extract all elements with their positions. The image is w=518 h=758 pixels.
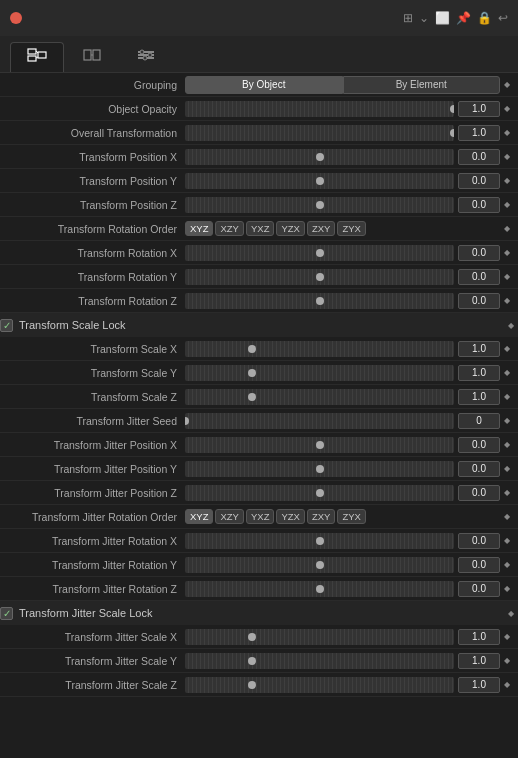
chevron-down-icon[interactable]: ⌄ — [419, 11, 429, 25]
rot-btn-transform-rot-order-YXZ[interactable]: YXZ — [246, 221, 274, 236]
num-input-transform-jitter-rot-y[interactable] — [458, 557, 500, 573]
diamond-transform-pos-z[interactable]: ◆ — [500, 200, 514, 209]
diamond-transform-jitter-rot-order[interactable]: ◆ — [500, 512, 514, 521]
tab-kd[interactable] — [66, 43, 118, 72]
diamond-transform-scale-lock[interactable]: ◆ — [504, 321, 518, 330]
slider-thumb-transform-scale-x[interactable] — [248, 345, 256, 353]
num-input-transform-rot-y[interactable] — [458, 269, 500, 285]
diamond-transform-rot-y[interactable]: ◆ — [500, 272, 514, 281]
diamond-transform-rot-z[interactable]: ◆ — [500, 296, 514, 305]
diamond-transform-jitter-rot-y[interactable]: ◆ — [500, 560, 514, 569]
tab-objectify[interactable] — [10, 42, 64, 72]
slider-thumb-overall-transformation[interactable] — [450, 129, 454, 137]
pin-icon[interactable]: 📌 — [456, 11, 471, 25]
tab-settings[interactable] — [120, 43, 172, 72]
slider-track-object-opacity[interactable] — [185, 101, 454, 117]
slider-track-transform-pos-z[interactable] — [185, 197, 454, 213]
slider-thumb-transform-pos-x[interactable] — [316, 153, 324, 161]
diamond-transform-scale-y[interactable]: ◆ — [500, 368, 514, 377]
slider-thumb-object-opacity[interactable] — [450, 105, 454, 113]
slider-thumb-transform-jitter-pos-y[interactable] — [316, 465, 324, 473]
slider-track-transform-pos-y[interactable] — [185, 173, 454, 189]
slider-track-transform-rot-z[interactable] — [185, 293, 454, 309]
num-input-transform-scale-y[interactable] — [458, 365, 500, 381]
diamond-transform-jitter-rot-x[interactable]: ◆ — [500, 536, 514, 545]
slider-thumb-transform-scale-y[interactable] — [248, 369, 256, 377]
grid-icon[interactable]: ⊞ — [403, 11, 413, 25]
window-icon[interactable]: ⬜ — [435, 11, 450, 25]
diamond-transform-jitter-pos-y[interactable]: ◆ — [500, 464, 514, 473]
slider-track-transform-jitter-rot-z[interactable] — [185, 581, 454, 597]
close-button[interactable] — [10, 12, 22, 24]
slider-thumb-transform-scale-z[interactable] — [248, 393, 256, 401]
slider-thumb-transform-pos-z[interactable] — [316, 201, 324, 209]
slider-track-transform-rot-y[interactable] — [185, 269, 454, 285]
rot-btn-transform-jitter-rot-order-XYZ[interactable]: XYZ — [185, 509, 213, 524]
slider-thumb-transform-pos-y[interactable] — [316, 177, 324, 185]
num-input-transform-scale-x[interactable] — [458, 341, 500, 357]
diamond-transform-jitter-scale-z[interactable]: ◆ — [500, 680, 514, 689]
num-input-transform-jitter-seed[interactable] — [458, 413, 500, 429]
refresh-icon[interactable]: ↩ — [498, 11, 508, 25]
diamond-transform-scale-x[interactable]: ◆ — [500, 344, 514, 353]
slider-track-transform-jitter-rot-x[interactable] — [185, 533, 454, 549]
rot-btn-transform-jitter-rot-order-ZXY[interactable]: ZXY — [307, 509, 335, 524]
num-input-transform-jitter-rot-z[interactable] — [458, 581, 500, 597]
slider-thumb-transform-jitter-scale-x[interactable] — [248, 633, 256, 641]
slider-track-transform-jitter-seed[interactable] — [185, 413, 454, 429]
slider-track-transform-jitter-pos-z[interactable] — [185, 485, 454, 501]
rot-btn-transform-jitter-rot-order-XZY[interactable]: XZY — [215, 509, 243, 524]
num-input-object-opacity[interactable] — [458, 101, 500, 117]
num-input-transform-jitter-scale-x[interactable] — [458, 629, 500, 645]
diamond-transform-jitter-pos-x[interactable]: ◆ — [500, 440, 514, 449]
slider-thumb-transform-jitter-scale-z[interactable] — [248, 681, 256, 689]
num-input-transform-jitter-pos-z[interactable] — [458, 485, 500, 501]
slider-track-transform-jitter-pos-y[interactable] — [185, 461, 454, 477]
diamond-overall-transformation[interactable]: ◆ — [500, 128, 514, 137]
slider-thumb-transform-jitter-pos-x[interactable] — [316, 441, 324, 449]
diamond-transform-rot-order[interactable]: ◆ — [500, 224, 514, 233]
diamond-transform-jitter-scale-lock[interactable]: ◆ — [504, 609, 518, 618]
grouping-btn-by-object[interactable]: By Object — [185, 76, 343, 94]
rot-btn-transform-rot-order-YZX[interactable]: YZX — [276, 221, 304, 236]
diamond-object-opacity[interactable]: ◆ — [500, 104, 514, 113]
num-input-transform-rot-z[interactable] — [458, 293, 500, 309]
slider-track-transform-jitter-scale-y[interactable] — [185, 653, 454, 669]
rot-btn-transform-rot-order-ZYX[interactable]: ZYX — [337, 221, 365, 236]
diamond-transform-jitter-scale-y[interactable]: ◆ — [500, 656, 514, 665]
num-input-transform-jitter-pos-y[interactable] — [458, 461, 500, 477]
num-input-transform-jitter-scale-z[interactable] — [458, 677, 500, 693]
diamond-transform-pos-x[interactable]: ◆ — [500, 152, 514, 161]
diamond-transform-jitter-seed[interactable]: ◆ — [500, 416, 514, 425]
slider-track-transform-jitter-pos-x[interactable] — [185, 437, 454, 453]
slider-track-transform-scale-y[interactable] — [185, 365, 454, 381]
slider-track-transform-scale-z[interactable] — [185, 389, 454, 405]
diamond-transform-jitter-rot-z[interactable]: ◆ — [500, 584, 514, 593]
num-input-transform-jitter-scale-y[interactable] — [458, 653, 500, 669]
slider-thumb-transform-rot-x[interactable] — [316, 249, 324, 257]
num-input-transform-pos-z[interactable] — [458, 197, 500, 213]
num-input-transform-jitter-pos-x[interactable] — [458, 437, 500, 453]
rot-btn-transform-rot-order-ZXY[interactable]: ZXY — [307, 221, 335, 236]
slider-track-transform-pos-x[interactable] — [185, 149, 454, 165]
slider-thumb-transform-jitter-rot-z[interactable] — [316, 585, 324, 593]
slider-thumb-transform-rot-z[interactable] — [316, 297, 324, 305]
slider-track-transform-jitter-rot-y[interactable] — [185, 557, 454, 573]
slider-track-overall-transformation[interactable] — [185, 125, 454, 141]
rot-btn-transform-jitter-rot-order-YXZ[interactable]: YXZ — [246, 509, 274, 524]
diamond-transform-rot-x[interactable]: ◆ — [500, 248, 514, 257]
diamond-transform-jitter-pos-z[interactable]: ◆ — [500, 488, 514, 497]
rot-btn-transform-rot-order-XYZ[interactable]: XYZ — [185, 221, 213, 236]
slider-thumb-transform-jitter-rot-x[interactable] — [316, 537, 324, 545]
diamond-transform-pos-y[interactable]: ◆ — [500, 176, 514, 185]
grouping-btn-by-element[interactable]: By Element — [343, 76, 501, 94]
diamond-transform-jitter-scale-x[interactable]: ◆ — [500, 632, 514, 641]
slider-thumb-transform-jitter-pos-z[interactable] — [316, 489, 324, 497]
slider-track-transform-scale-x[interactable] — [185, 341, 454, 357]
slider-thumb-transform-rot-y[interactable] — [316, 273, 324, 281]
num-input-transform-scale-z[interactable] — [458, 389, 500, 405]
num-input-transform-pos-x[interactable] — [458, 149, 500, 165]
slider-thumb-transform-jitter-rot-y[interactable] — [316, 561, 324, 569]
num-input-overall-transformation[interactable] — [458, 125, 500, 141]
lock-icon[interactable]: 🔒 — [477, 11, 492, 25]
